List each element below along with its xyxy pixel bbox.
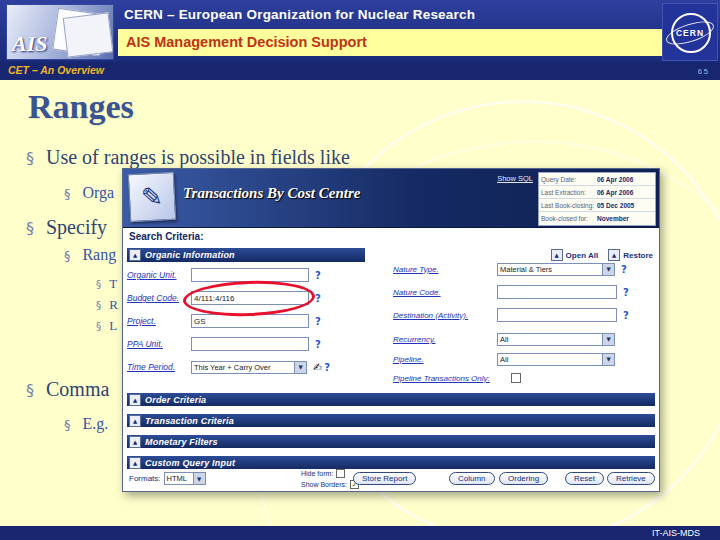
formats-value: HTML [165,474,193,483]
info-value: 06 Apr 2006 [597,176,633,183]
dropdown-arrow-icon: ▼ [602,264,614,275]
time-period-label[interactable]: Time Period. [127,362,191,372]
help-icon[interactable]: ? [315,293,321,304]
formats-group: Formats: HTML ▼ [129,472,206,485]
hide-form-checkbox[interactable] [336,469,345,478]
search-form: Organic Unit. ? Budget Code. ? Project. … [127,265,655,393]
project-input[interactable] [191,314,309,328]
section-transaction-criteria[interactable]: ▲ Transaction Criteria [127,414,655,427]
nature-code-input[interactable] [497,285,617,299]
nature-type-label[interactable]: Nature Type. [393,265,497,274]
bullet-text: T [109,276,117,292]
destination-input[interactable] [497,308,617,322]
field-row-organic-unit: Organic Unit. ? [127,265,321,285]
dropdown-arrow-icon: ▼ [294,362,306,373]
retrieve-button[interactable]: Retrieve [607,472,655,485]
help-icon[interactable]: ? [315,270,321,281]
nature-code-label[interactable]: Nature Code. [393,288,497,297]
collapse-icon[interactable]: ▲ [129,249,141,261]
section-label: Organic Information [145,250,235,260]
collapse-icon[interactable]: ▲ [129,457,141,469]
field-row-recurrency: Recurrency. All ▼ [393,329,619,349]
hide-form-label: Hide form: [301,470,333,477]
info-row: Last Book-closing: 05 Dec 2005 [539,199,655,212]
pipeline-select[interactable]: All ▼ [497,353,615,366]
bullet-text: Use of ranges is possible in fields like [46,146,350,169]
pipeline-label[interactable]: Pipeline. [393,355,497,364]
display-options: Hide form: Show Borders: ✓ [301,469,359,491]
section-organic-information[interactable]: ▲ Organic Information [127,248,365,262]
bullet-marker: § [64,186,70,201]
info-value: 05 Dec 2005 [597,202,634,209]
dropdown-arrow-icon: ▼ [602,334,614,345]
app-title: AIS Management Decision Support [118,29,662,56]
cern-logo-text: CERN [663,28,717,38]
field-row-budget-code: Budget Code. ? [127,288,321,308]
help-icon[interactable]: ? [623,310,629,321]
organic-unit-label[interactable]: Organic Unit. [127,270,191,280]
recurrency-label[interactable]: Recurrency. [393,335,497,344]
recurrency-select[interactable]: All ▼ [497,333,615,346]
show-borders-label: Show Borders: [301,481,347,488]
organic-unit-input[interactable] [191,268,309,282]
section-monetary-filters[interactable]: ▲ Monetary Filters [127,435,655,448]
reset-button[interactable]: Reset [565,472,604,485]
info-row: Query Date: 06 Apr 2006 [539,173,655,186]
bullet-marker: § [26,381,34,400]
info-row: Last Extraction: 06 Apr 2006 [539,186,655,199]
info-value: 06 Apr 2006 [597,189,633,196]
section-label: Monetary Filters [145,437,218,447]
budget-code-label[interactable]: Budget Code. [127,293,191,303]
pipeline-only-label[interactable]: Pipeline Transactions Only: [393,374,511,383]
store-report-button[interactable]: Store Report [353,472,416,485]
bullet-text: Orga [82,184,114,202]
help-icon[interactable]: ? [621,264,627,275]
recurrency-value: All [498,335,602,344]
bullet-marker: § [26,219,34,238]
bullet-text: Specify [46,216,107,239]
bullet-text: E.g. [82,415,108,433]
cursor-pointer-icon: ✍ [313,361,322,374]
app-window-title: Transactions By Cost Centre [183,185,360,202]
nature-type-select[interactable]: Material & Tiers ▼ [497,263,615,276]
column-button[interactable]: Column [449,472,495,485]
bullet-marker: § [96,299,101,311]
help-icon[interactable]: ? [623,287,629,298]
bullet-text: L [109,318,117,334]
destination-label[interactable]: Destination (Activity). [393,311,497,320]
info-label: Last Extraction: [539,189,597,196]
ppa-unit-label[interactable]: PPA Unit. [127,339,191,349]
show-sql-link[interactable]: Show SQL [497,174,533,183]
collapse-icon[interactable]: ▲ [129,436,141,448]
slide: AIS CERN – European Organization for Nuc… [0,0,720,540]
field-row-nature-type: Nature Type. Material & Tiers ▼ ? [393,259,627,279]
app-title-band: AIS Management Decision Support [118,29,662,56]
ordering-button[interactable]: Ordering [499,472,548,485]
budget-code-input[interactable] [191,291,309,305]
formats-select[interactable]: HTML ▼ [164,472,206,485]
field-row-nature-code: Nature Code. ? [393,282,629,302]
pipeline-only-checkbox[interactable] [511,373,521,383]
field-row-project: Project. ? [127,311,321,331]
time-period-select[interactable]: This Year + Carry Over ▼ [191,361,307,374]
pencil-icon: ✎ [140,181,163,212]
help-icon[interactable]: ? [324,362,330,373]
report-form-icon: ✎ [128,172,176,222]
section-order-criteria[interactable]: ▲ Order Criteria [127,393,655,406]
ppa-unit-input[interactable] [191,337,309,351]
collapse-icon[interactable]: ▲ [129,394,141,406]
info-label: Query Date: [539,176,597,183]
ais-logo-text: AIS [12,31,47,57]
section-title: CET – An Overview [8,64,104,76]
bullet-specify: § Specify [26,216,107,239]
pipeline-value: All [498,355,602,364]
help-icon[interactable]: ? [315,339,321,350]
project-label[interactable]: Project. [127,316,191,326]
bullet-comma: § Comma [26,378,109,401]
nature-type-value: Material & Tiers [498,265,602,274]
section-label: Order Criteria [145,395,206,405]
collapse-icon[interactable]: ▲ [129,415,141,427]
bullet-marker: § [26,149,34,168]
field-row-pipeline: Pipeline. All ▼ [393,349,619,369]
help-icon[interactable]: ? [315,316,321,327]
